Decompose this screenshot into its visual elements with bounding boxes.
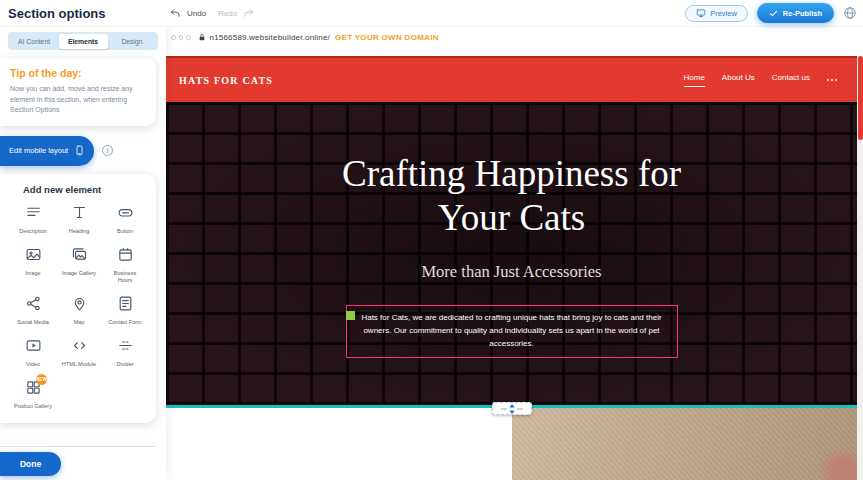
panel-divider xyxy=(0,446,156,447)
video-icon xyxy=(25,337,42,358)
social-media-icon xyxy=(25,295,42,316)
check-icon xyxy=(769,9,778,18)
next-section-image[interactable] xyxy=(512,408,857,480)
element-tile-business-hours[interactable]: Business Hours xyxy=(102,246,148,284)
site-logo[interactable]: HATS FOR CATS xyxy=(179,75,273,86)
business-hours-icon xyxy=(117,246,134,267)
editor-canvas: n1566589.websitebuilder.online/ GET YOUR… xyxy=(166,27,863,480)
element-tile-image-gallery[interactable]: Image Gallery xyxy=(56,246,102,284)
tip-of-the-day-card: Tip of the day: Now you can add, move an… xyxy=(0,58,156,126)
history-controls: Undo Redo xyxy=(170,8,254,19)
tab-ai-content[interactable]: AI Content xyxy=(10,34,59,49)
left-panel: AI Content Elements Design Tip of the da… xyxy=(0,27,166,480)
new-badge: NEW xyxy=(36,374,47,385)
info-icon[interactable]: i xyxy=(102,145,113,156)
undo-icon[interactable] xyxy=(170,8,181,19)
nav-more-icon[interactable] xyxy=(827,79,837,81)
contact-form-icon xyxy=(117,295,134,316)
edit-mobile-layout-button[interactable]: Edit mobile layout xyxy=(0,136,94,166)
site-header[interactable]: HATS FOR CATS Home About Us Contact us xyxy=(166,56,857,102)
site-preview: HATS FOR CATS Home About Us Contact us C… xyxy=(166,56,857,480)
hero-title-line2: Your Cats xyxy=(342,196,681,240)
page-scrollbar xyxy=(857,56,863,480)
browser-dot xyxy=(171,35,176,40)
tab-design[interactable]: Design xyxy=(108,34,157,49)
get-domain-link[interactable]: GET YOUR OWN DOMAIN xyxy=(335,33,439,42)
site-nav: Home About Us Contact us xyxy=(684,58,838,102)
preview-button[interactable]: Preview xyxy=(685,5,748,22)
republish-label: Re-Publish xyxy=(783,9,822,18)
globe-icon[interactable] xyxy=(843,6,857,20)
monitor-icon xyxy=(696,8,706,18)
scrollbar-thumb[interactable] xyxy=(858,56,863,140)
page-title: Section options xyxy=(8,6,106,21)
site-url: n1566589.websitebuilder.online/ xyxy=(210,33,331,42)
tip-heading: Tip of the day: xyxy=(10,67,144,79)
heading-icon xyxy=(71,204,88,225)
add-element-card: Add new element Description Heading Butt… xyxy=(0,174,156,424)
image-icon xyxy=(25,246,42,267)
element-tile-image[interactable]: Image xyxy=(10,246,56,284)
hero-title[interactable]: Crafting Happiness for Your Cats xyxy=(342,152,681,239)
redo-icon[interactable] xyxy=(243,8,254,19)
element-tile-map[interactable]: Map xyxy=(56,295,102,326)
button-icon xyxy=(117,204,134,225)
image-gallery-icon xyxy=(71,246,88,267)
tip-body: Now you can add, move and resize any ele… xyxy=(10,84,144,116)
description-icon xyxy=(25,204,42,225)
element-grid: Description Heading Button Image Image G… xyxy=(10,204,148,411)
browser-dot xyxy=(186,35,191,40)
map-icon xyxy=(71,295,88,316)
topbar: Section options Undo Redo Preview Re-Pub… xyxy=(0,0,863,27)
preview-label: Preview xyxy=(710,9,737,18)
element-tile-video[interactable]: Video xyxy=(10,337,56,368)
element-tile-html-module[interactable]: HTML Module xyxy=(56,337,102,368)
done-button[interactable]: Done xyxy=(0,452,61,476)
hero-title-line1: Crafting Happiness for xyxy=(342,152,681,196)
divider-icon xyxy=(117,337,134,358)
element-tile-divider[interactable]: Divider xyxy=(102,337,148,368)
topbar-actions: Preview Re-Publish xyxy=(685,3,857,23)
element-tile-product-gallery[interactable]: NEW Product Gallery xyxy=(10,379,56,410)
section-resize-handle[interactable] xyxy=(492,402,532,415)
resize-handle[interactable] xyxy=(346,311,355,320)
nav-item-about[interactable]: About Us xyxy=(722,73,755,87)
hero-subtitle[interactable]: More than Just Accessories xyxy=(421,262,601,282)
browser-bar: n1566589.websitebuilder.online/ GET YOUR… xyxy=(166,27,863,48)
nav-item-home[interactable]: Home xyxy=(684,73,705,87)
tab-elements[interactable]: Elements xyxy=(59,34,108,49)
element-tile-social-media[interactable]: Social Media xyxy=(10,295,56,326)
element-tile-button[interactable]: Button xyxy=(102,204,148,235)
lock-icon xyxy=(198,33,206,42)
edit-mobile-label: Edit mobile layout xyxy=(9,146,68,155)
html-module-icon xyxy=(71,337,88,358)
browser-dots xyxy=(171,35,191,40)
phone-icon xyxy=(74,143,85,158)
redo-label[interactable]: Redo xyxy=(218,9,237,18)
undo-label[interactable]: Undo xyxy=(187,9,206,18)
panel-tabs: AI Content Elements Design xyxy=(8,32,158,50)
hero-section[interactable]: Crafting Happiness for Your Cats More th… xyxy=(166,102,857,408)
republish-button[interactable]: Re-Publish xyxy=(757,3,834,23)
hero-paragraph-text: Hats for Cats, we are dedicated to craft… xyxy=(361,313,661,348)
element-tile-description[interactable]: Description xyxy=(10,204,56,235)
browser-dot xyxy=(179,35,184,40)
hero-paragraph[interactable]: Hats for Cats, we are dedicated to craft… xyxy=(346,305,678,357)
arrows-icon xyxy=(499,404,525,414)
nav-item-contact[interactable]: Contact us xyxy=(772,73,810,87)
element-tile-heading[interactable]: Heading xyxy=(56,204,102,235)
add-element-title: Add new element xyxy=(23,184,156,195)
element-tile-contact-form[interactable]: Contact Form xyxy=(102,295,148,326)
